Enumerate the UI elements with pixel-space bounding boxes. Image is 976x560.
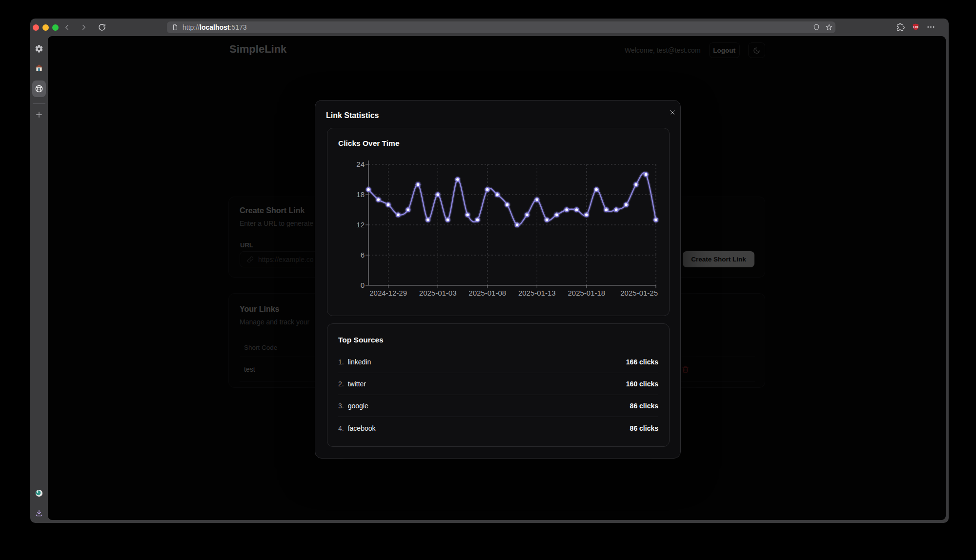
zoom-window-button[interactable]	[52, 24, 59, 31]
modal-title: Link Statistics	[326, 111, 379, 120]
minimize-window-button[interactable]	[42, 24, 49, 31]
source-row: 2.twitter 160 clicks	[338, 373, 658, 395]
globe-icon	[35, 84, 43, 93]
bookmark-star-icon[interactable]	[825, 23, 833, 31]
settings-gear-icon[interactable]	[35, 44, 43, 53]
address-bar[interactable]: http://localhost:5173	[167, 21, 835, 33]
home-tab-icon[interactable]	[35, 63, 43, 72]
forward-icon[interactable]	[80, 23, 88, 32]
svg-text:2024-12-29: 2024-12-29	[369, 289, 407, 297]
svg-text:2025-01-13: 2025-01-13	[518, 289, 556, 297]
clicks-over-time-card: Clicks Over Time 061218242024-12-292025-…	[327, 128, 670, 316]
svg-text:2025-01-08: 2025-01-08	[468, 289, 506, 297]
browser-sidebar	[30, 36, 48, 523]
browser-toolbar: http://localhost:5173 UD	[30, 19, 949, 36]
sources-title: Top Sources	[338, 336, 384, 344]
adblock-extension-icon[interactable]: UD	[912, 23, 920, 31]
profile-sphere-icon[interactable]	[35, 489, 43, 498]
close-window-button[interactable]	[33, 24, 39, 31]
browser-window: http://localhost:5173 UD	[30, 19, 949, 523]
url-host: localhost	[200, 23, 229, 31]
sidebar-divider	[33, 103, 45, 104]
svg-text:24: 24	[356, 160, 365, 168]
svg-text:18: 18	[356, 190, 365, 199]
back-icon[interactable]	[62, 23, 71, 32]
active-tab-localhost[interactable]	[32, 80, 46, 97]
svg-text:2025-01-25: 2025-01-25	[620, 289, 658, 297]
url-prefix: http://	[183, 23, 200, 31]
downloads-icon[interactable]	[35, 509, 43, 518]
page-content: SimpleLink Welcome, test@test.com Logout…	[48, 36, 946, 520]
source-row: 1.linkedin 166 clicks	[338, 351, 658, 373]
svg-text:2025-01-18: 2025-01-18	[568, 289, 605, 297]
extensions-puzzle-icon[interactable]	[896, 23, 905, 31]
url-port: :5173	[230, 23, 247, 31]
new-tab-plus-icon[interactable]	[35, 110, 43, 119]
menu-dots-icon[interactable]	[927, 23, 935, 31]
tracking-shield-icon[interactable]	[813, 23, 820, 31]
reload-icon[interactable]	[98, 23, 106, 32]
page-icon	[172, 24, 179, 31]
source-row: 3.google 86 clicks	[338, 395, 658, 417]
clicks-chart: 061218242024-12-292025-01-032025-01-0820…	[327, 128, 670, 317]
source-row: 4.facebook 86 clicks	[338, 417, 658, 439]
svg-text:12: 12	[356, 220, 365, 229]
top-sources-card: Top Sources 1.linkedin 166 clicks 2.twit…	[327, 323, 670, 447]
svg-text:0: 0	[361, 281, 365, 289]
link-statistics-modal: Link Statistics Clicks Over Time 0612182…	[315, 100, 681, 459]
svg-text:2025-01-03: 2025-01-03	[419, 289, 457, 297]
svg-text:6: 6	[361, 251, 365, 259]
close-icon[interactable]	[669, 108, 676, 116]
